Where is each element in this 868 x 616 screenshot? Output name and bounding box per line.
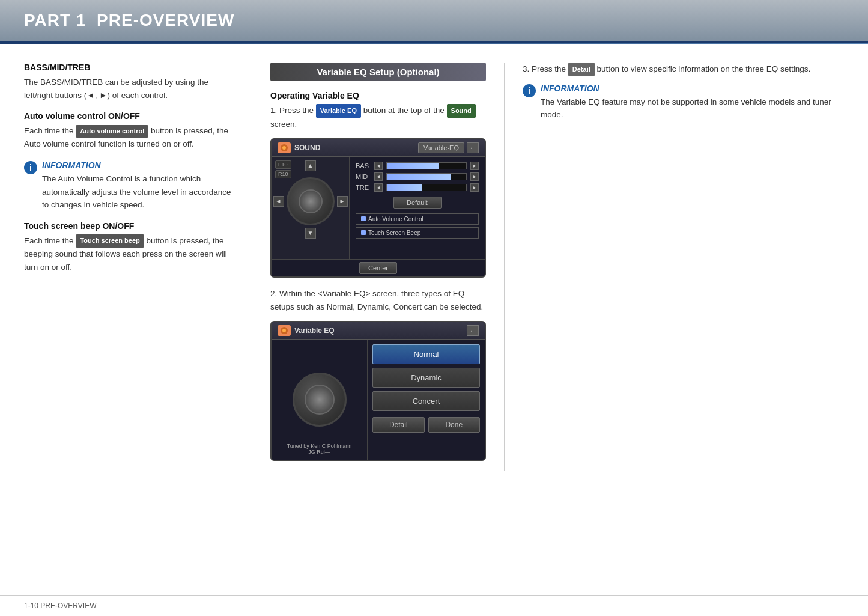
variable-eq-screen-bar: Variable EQ ← xyxy=(272,322,485,340)
sound-screen-body: F10 R10 ▲ ◄ ► ▼ xyxy=(272,157,485,259)
sound-logo-icon xyxy=(278,142,291,153)
page-footer: 1-10 PRE-OVERVIEW xyxy=(0,595,868,616)
auto-volume-option[interactable]: Auto Volume Control xyxy=(356,213,479,225)
sound-screen-bar: SOUND Variable-EQ ← xyxy=(272,139,485,157)
speaker-inner xyxy=(299,189,323,213)
down-arrow-btn[interactable]: ▼ xyxy=(305,228,316,239)
eq-options-panel: Normal Dynamic Concert Detail Done xyxy=(368,340,485,460)
step3-text: 3. Press the Detail button to view speci… xyxy=(523,63,844,76)
variable-eq-speaker-inner xyxy=(305,385,335,415)
info-variable-eq: i INFORMATION The Variable EQ feature ma… xyxy=(523,84,844,121)
center-button[interactable]: Center xyxy=(359,262,397,274)
bass-mid-treb-body: The BASS/MID/TREB can be adjusted by usi… xyxy=(24,76,234,102)
bass-mid-treb-title: BASS/MID/TREB xyxy=(24,63,234,72)
dynamic-option-btn[interactable]: Dynamic xyxy=(372,368,480,388)
mid-row: MID ◄ ► xyxy=(356,172,479,181)
tuned-line1: Tuned by Ken C Pohlmann xyxy=(272,443,367,449)
svg-point-1 xyxy=(282,146,286,150)
up-arrow-btn[interactable]: ▲ xyxy=(305,160,316,171)
left-arrow-btn[interactable]: ◄ xyxy=(273,196,284,207)
tre-label: TRE xyxy=(356,184,371,191)
bas-right-btn[interactable]: ► xyxy=(470,162,479,170)
touch-beep-option-label: Touch Screen Beep xyxy=(368,230,420,236)
bas-label: BAS xyxy=(356,162,371,169)
mid-fill xyxy=(387,174,451,180)
variable-eq-body: Tuned by Ken C Pohlmann JG Rul— Normal D… xyxy=(272,340,485,460)
eq-bottom-buttons: Detail Done xyxy=(372,417,480,433)
variable-eq-tab[interactable]: Variable-EQ xyxy=(418,142,464,153)
tre-row: TRE ◄ ► xyxy=(356,183,479,192)
page-header: PART 1 PRE-OVERVIEW xyxy=(0,0,868,43)
f10-r10-labels: F10 R10 xyxy=(275,160,291,178)
variable-eq-back-btn[interactable]: ← xyxy=(467,325,479,336)
info-auto-volume-body: The Auto Volume Control is a function wh… xyxy=(42,172,234,212)
touch-beep-option[interactable]: Touch Screen Beep xyxy=(356,227,479,239)
variable-eq-header: Variable EQ Setup (Optional) xyxy=(270,63,486,81)
auto-volume-body: Each time the Auto volume control button… xyxy=(24,124,234,151)
auto-volume-control-button[interactable]: Auto volume control xyxy=(76,125,148,138)
bas-left-btn[interactable]: ◄ xyxy=(374,162,383,170)
part-label: PART 1 xyxy=(24,11,86,29)
middle-column: Variable EQ Setup (Optional) Operating V… xyxy=(252,63,505,471)
info-auto-volume-title: INFORMATION xyxy=(42,160,234,170)
info-variable-eq-title: INFORMATION xyxy=(541,84,844,93)
variable-eq-logo-icon xyxy=(278,325,291,336)
mid-label: MID xyxy=(356,173,371,180)
bas-slider[interactable] xyxy=(386,162,467,169)
variable-eq-left-panel: Tuned by Ken C Pohlmann JG Rul— xyxy=(272,340,368,460)
detail-btn-inline[interactable]: Detail xyxy=(568,63,595,76)
variable-eq-screen-title: Variable EQ xyxy=(278,325,335,336)
normal-option-btn[interactable]: Normal xyxy=(372,344,480,364)
left-column: BASS/MID/TREB The BASS/MID/TREB can be a… xyxy=(24,63,252,471)
touch-beep-title: Touch screen beep ON/OFF xyxy=(24,221,234,231)
tre-fill xyxy=(387,184,422,191)
default-button[interactable]: Default xyxy=(393,197,442,209)
sound-eq-panel: BAS ◄ ► MID ◄ ► xyxy=(350,157,485,259)
sound-bottom-bar: Center xyxy=(272,259,485,276)
variable-eq-button[interactable]: Variable EQ xyxy=(316,104,361,117)
sound-screen-mockup: SOUND Variable-EQ ← F10 R10 ▲ ◄ xyxy=(270,138,486,278)
f10-chip: F10 xyxy=(275,160,291,169)
done-button[interactable]: Done xyxy=(428,417,481,433)
mid-slider[interactable] xyxy=(386,173,467,180)
sound-speaker-panel: F10 R10 ▲ ◄ ► ▼ xyxy=(272,157,350,259)
mid-right-btn[interactable]: ► xyxy=(470,172,479,181)
auto-volume-dot xyxy=(361,216,366,221)
back-arrow-btn[interactable]: ← xyxy=(467,142,479,153)
info-variable-eq-content: INFORMATION The Variable EQ feature may … xyxy=(541,84,844,121)
right-arrow-btn[interactable]: ► xyxy=(337,196,348,207)
bas-row: BAS ◄ ► xyxy=(356,162,479,170)
variable-eq-speaker xyxy=(293,373,347,427)
step2-text: 2. Within the <Variable EQ> screen, thre… xyxy=(270,287,486,314)
sound-title-text: SOUND xyxy=(294,144,320,152)
section-title-label: PRE-OVERVIEW xyxy=(97,11,234,29)
footer-text: 1-10 PRE-OVERVIEW xyxy=(24,602,96,610)
auto-volume-option-label: Auto Volume Control xyxy=(368,216,423,222)
main-content: BASS/MID/TREB The BASS/MID/TREB can be a… xyxy=(0,44,868,489)
tre-right-btn[interactable]: ► xyxy=(470,183,479,192)
tre-left-btn[interactable]: ◄ xyxy=(374,183,383,192)
auto-volume-title: Auto volume control ON/OFF xyxy=(24,111,234,121)
tuned-line2: JG Rul— xyxy=(272,449,367,455)
info-variable-eq-icon: i xyxy=(523,84,536,97)
tre-slider[interactable] xyxy=(386,184,467,191)
info-auto-volume: i INFORMATION The Auto Volume Control is… xyxy=(24,160,234,212)
sound-screen-title: SOUND xyxy=(278,142,320,153)
info-auto-volume-content: INFORMATION The Auto Volume Control is a… xyxy=(42,160,234,212)
speaker-visual xyxy=(287,177,335,225)
concert-option-btn[interactable]: Concert xyxy=(372,391,480,411)
svg-point-3 xyxy=(282,329,286,332)
sound-button[interactable]: Sound xyxy=(447,104,476,117)
step1-text: 1. Press the Variable EQ button at the t… xyxy=(270,104,486,131)
info-icon: i xyxy=(24,161,37,174)
touch-screen-beep-button[interactable]: Touch screen beep xyxy=(76,234,144,248)
page-title: PART 1 PRE-OVERVIEW xyxy=(24,11,844,30)
tuned-text: Tuned by Ken C Pohlmann JG Rul— xyxy=(272,443,367,455)
touch-beep-dot xyxy=(361,230,366,235)
variable-eq-title-text: Variable EQ xyxy=(294,326,335,335)
touch-beep-body: Each time the Touch screen beep button i… xyxy=(24,234,234,273)
mid-left-btn[interactable]: ◄ xyxy=(374,172,383,181)
operating-variable-eq-title: Operating Variable EQ xyxy=(270,91,486,100)
detail-button[interactable]: Detail xyxy=(372,417,425,433)
bas-fill xyxy=(387,163,439,169)
